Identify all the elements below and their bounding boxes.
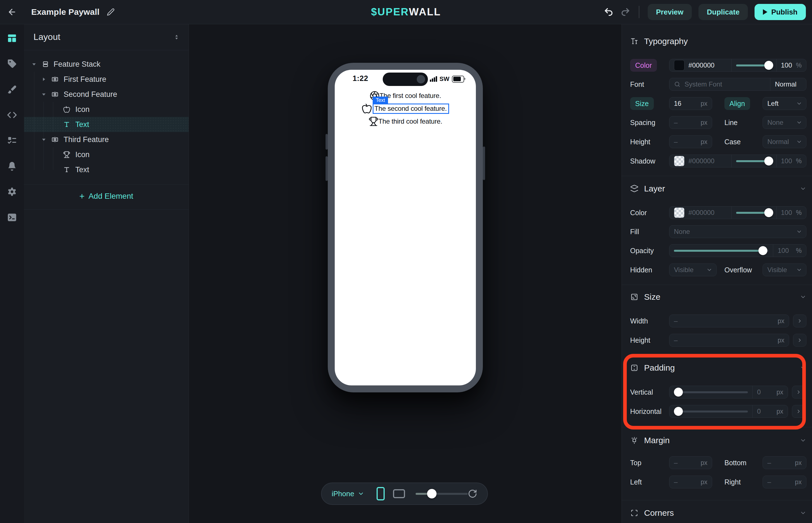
color-opacity-field[interactable]: 100% — [776, 59, 807, 71]
case-select[interactable]: Normal — [763, 136, 807, 148]
portrait-toggle[interactable] — [376, 487, 385, 500]
sidebar-item-checklist[interactable] — [4, 132, 20, 148]
layer-color-opacity-slider[interactable] — [732, 206, 776, 219]
sidebar-item-code[interactable] — [4, 107, 20, 123]
collapse-chevron-icon[interactable] — [800, 437, 807, 444]
device-selector[interactable]: iPhone — [332, 489, 364, 498]
feature-text[interactable]: The third cool feature. — [379, 118, 442, 125]
feature-row-3[interactable]: The third cool feature. — [368, 116, 442, 127]
sidebar-item-layout[interactable] — [4, 31, 20, 46]
caret-down-icon[interactable] — [40, 92, 48, 97]
zoom-slider-thumb[interactable] — [427, 489, 437, 499]
tree-item-text-selected[interactable]: Text — [24, 117, 188, 132]
font-search-field[interactable]: System Font — [669, 78, 770, 90]
add-element-button[interactable]: + Add Element — [24, 188, 188, 204]
letter-spacing-field[interactable]: –px — [669, 116, 712, 129]
font-size-field[interactable]: 16px — [669, 97, 712, 110]
redo-icon[interactable] — [620, 7, 630, 17]
tree-item-feature-stack[interactable]: Feature Stack — [24, 57, 188, 72]
corners-section-header: Corners — [630, 506, 807, 520]
color-swatch[interactable] — [674, 60, 684, 71]
tree-item-third-feature[interactable]: Third Feature — [24, 132, 188, 147]
shadow-swatch[interactable] — [674, 156, 684, 166]
opacity-slider[interactable] — [669, 245, 773, 257]
layer-color-hex-field[interactable]: #000000 — [669, 206, 732, 219]
tree-item-text[interactable]: Text — [24, 162, 188, 177]
typography-shadow-row: Shadow #000000 100% — [630, 155, 807, 167]
layer-color-swatch[interactable] — [674, 208, 684, 218]
shadow-hex-value[interactable]: #000000 — [688, 157, 714, 165]
vertical-padding-slider[interactable] — [669, 386, 752, 398]
collapse-chevron-icon[interactable] — [800, 294, 807, 300]
edit-title-icon[interactable] — [107, 8, 115, 16]
margin-left-field[interactable]: –px — [669, 475, 712, 488]
align-select[interactable]: Left — [763, 97, 807, 110]
selected-element-outline[interactable]: Text The second cool feature. — [373, 104, 449, 114]
height-expand-button[interactable] — [793, 334, 807, 347]
color-opacity-slider[interactable] — [732, 59, 776, 71]
margin-right-field[interactable]: –px — [763, 475, 807, 488]
margin-top-field[interactable]: –px — [669, 456, 712, 469]
phone-screen[interactable]: 1:22 SW The first cool feature. Te — [335, 70, 476, 385]
color-hex-value[interactable]: #000000 — [688, 61, 714, 69]
preview-button[interactable]: Preview — [648, 4, 692, 20]
tree-item-icon-apple[interactable]: Icon — [24, 102, 188, 117]
sidebar-item-theme-brush[interactable] — [4, 82, 20, 97]
sidebar-item-terminal[interactable] — [4, 210, 20, 225]
vertical-padding-field[interactable]: 0px — [752, 386, 788, 398]
font-weight-select[interactable]: Normal — [770, 78, 806, 90]
sort-layers-icon[interactable] — [173, 34, 180, 41]
shadow-opacity-field[interactable]: 100% — [776, 155, 807, 167]
publish-button[interactable]: Publish — [755, 4, 806, 20]
undo-icon[interactable] — [604, 7, 614, 17]
shadow-opacity-slider[interactable] — [732, 155, 776, 167]
slider-thumb[interactable] — [764, 208, 773, 217]
align-binding-pill[interactable]: Align — [724, 97, 750, 110]
color-hex-field[interactable]: #000000 — [669, 59, 732, 71]
collapse-chevron-icon[interactable] — [800, 364, 807, 371]
slider-thumb[interactable] — [758, 246, 768, 255]
tree-item-first-feature[interactable]: First Feature — [24, 72, 188, 87]
feature-text[interactable]: The first cool feature. — [380, 92, 441, 100]
feature-text[interactable]: The second cool feature. — [374, 105, 447, 112]
layer-color-opacity-field[interactable]: 100% — [776, 206, 807, 219]
horizontal-padding-slider[interactable] — [669, 405, 752, 417]
feature-row-2[interactable]: Text The second cool feature. — [362, 103, 449, 114]
color-binding-pill[interactable]: Color — [630, 59, 657, 72]
line-height-field[interactable]: –px — [669, 136, 712, 148]
collapse-chevron-icon[interactable] — [800, 185, 807, 192]
hidden-select[interactable]: Visible — [669, 264, 717, 276]
back-button[interactable] — [0, 0, 24, 24]
refresh-icon[interactable] — [468, 489, 477, 499]
horizontal-padding-field[interactable]: 0px — [752, 405, 788, 417]
shadow-hex-field[interactable]: #000000 — [669, 155, 732, 167]
opacity-field[interactable]: 100% — [773, 245, 806, 257]
landscape-toggle[interactable] — [393, 489, 405, 498]
sidebar-item-products-tag[interactable] — [4, 56, 20, 71]
line-select[interactable]: None — [763, 116, 807, 129]
horizontal-padding-expand-button[interactable] — [792, 405, 805, 418]
zoom-slider[interactable] — [416, 493, 468, 495]
width-field[interactable]: –px — [669, 314, 789, 327]
slider-thumb[interactable] — [674, 387, 683, 397]
width-expand-button[interactable] — [793, 314, 807, 327]
editor-canvas[interactable]: 1:22 SW The first cool feature. Te — [188, 24, 622, 523]
tree-item-second-feature[interactable]: Second Feature — [24, 87, 188, 102]
tree-item-icon-trophy[interactable]: Icon — [24, 147, 188, 162]
caret-down-icon[interactable] — [31, 62, 38, 67]
sidebar-item-notifications-bell[interactable] — [4, 158, 20, 174]
collapse-chevron-icon[interactable] — [800, 510, 807, 516]
slider-thumb[interactable] — [674, 407, 683, 416]
duplicate-button[interactable]: Duplicate — [699, 4, 748, 20]
overflow-select[interactable]: Visible — [763, 264, 807, 276]
height-field[interactable]: –px — [669, 334, 789, 347]
vertical-padding-expand-button[interactable] — [792, 386, 805, 398]
size-binding-pill[interactable]: Size — [630, 97, 654, 110]
caret-right-icon[interactable] — [40, 77, 48, 82]
margin-bottom-field[interactable]: –px — [763, 456, 807, 469]
caret-down-icon[interactable] — [40, 137, 48, 142]
slider-thumb[interactable] — [764, 61, 773, 70]
sidebar-item-settings-gear[interactable] — [4, 184, 20, 200]
fill-select[interactable]: None — [669, 225, 807, 238]
slider-thumb[interactable] — [764, 157, 773, 165]
